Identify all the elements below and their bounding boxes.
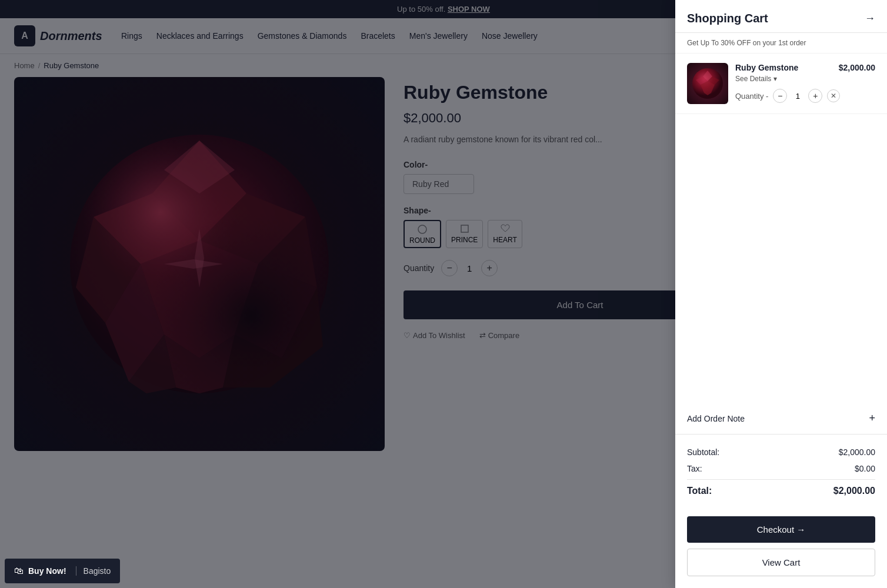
cart-quantity-decrease-button[interactable]: − bbox=[773, 89, 787, 103]
cart-item-price: $2,000.00 bbox=[839, 63, 875, 72]
chevron-down-icon: ▾ bbox=[773, 75, 777, 83]
cart-quantity-value: 1 bbox=[792, 92, 803, 101]
shape-btn-prince[interactable]: PRINCE bbox=[446, 220, 483, 248]
cart-tax-value: $0.00 bbox=[855, 464, 875, 473]
color-value: Ruby Red bbox=[404, 174, 474, 194]
heart-icon: ♡ bbox=[404, 331, 411, 340]
svg-point-17 bbox=[418, 225, 426, 233]
compare-icon: ⇄ bbox=[479, 331, 486, 340]
svg-point-24 bbox=[692, 68, 723, 99]
cart-panel: Shopping Cart → Get Up To 30% OFF on you… bbox=[675, 0, 887, 475]
quantity-increase-button[interactable]: + bbox=[481, 260, 498, 276]
heart-shape-icon bbox=[499, 223, 511, 235]
cart-order-note-label: Add Order Note bbox=[687, 414, 745, 423]
wishlist-button[interactable]: ♡ Add To Wishlist bbox=[404, 331, 465, 340]
cart-quantity-label: Quantity - bbox=[735, 92, 768, 101]
cart-subtotal-value: $2,000.00 bbox=[839, 447, 875, 457]
cart-item-name: Ruby Gemstone bbox=[735, 63, 798, 72]
nav-item-rings[interactable]: Rings bbox=[121, 31, 142, 41]
cart-spacer bbox=[675, 114, 887, 403]
quantity-label: Quantity bbox=[404, 263, 434, 273]
quantity-decrease-button[interactable]: − bbox=[441, 260, 458, 276]
cart-see-details-button[interactable]: See Details ▾ bbox=[735, 75, 875, 83]
product-image-container bbox=[14, 77, 385, 451]
cart-quantity-row: Quantity - − 1 + ✕ bbox=[735, 89, 875, 103]
logo[interactable]: A Dornments bbox=[14, 25, 102, 46]
announcement-text: Up to 50% off. bbox=[397, 5, 445, 14]
product-image-bg bbox=[14, 77, 385, 451]
cart-order-note-plus-icon: + bbox=[869, 412, 875, 425]
announcement-link[interactable]: SHOP NOW bbox=[448, 5, 490, 14]
svg-rect-18 bbox=[461, 225, 468, 232]
shape-btn-heart[interactable]: HEART bbox=[488, 220, 522, 248]
cart-tax-row: Tax: $0.00 bbox=[687, 460, 875, 475]
cart-item: Ruby Gemstone $2,000.00 See Details ▾ Qu… bbox=[675, 54, 887, 114]
product-image-svg bbox=[58, 123, 341, 405]
nav-item-necklaces[interactable]: Necklaces and Earrings bbox=[156, 31, 244, 41]
cart-quantity-increase-button[interactable]: + bbox=[808, 89, 822, 103]
logo-icon: A bbox=[14, 25, 35, 46]
compare-button[interactable]: ⇄ Compare bbox=[479, 331, 519, 340]
logo-text: Dornments bbox=[40, 29, 102, 43]
nav-item-mens[interactable]: Men's Jewellery bbox=[409, 31, 468, 41]
quantity-controls: − 1 + bbox=[441, 260, 498, 276]
cart-item-details: Ruby Gemstone $2,000.00 See Details ▾ Qu… bbox=[735, 63, 875, 104]
quantity-value: 1 bbox=[462, 263, 476, 273]
cart-remove-button[interactable]: ✕ bbox=[827, 89, 840, 102]
cart-tax-label: Tax: bbox=[687, 464, 702, 473]
cart-item-image bbox=[687, 63, 728, 104]
nav-item-nose[interactable]: Nose Jewellery bbox=[482, 31, 538, 41]
breadcrumb-separator: / bbox=[38, 61, 41, 70]
nav-item-gemstones[interactable]: Gemstones & Diamonds bbox=[258, 31, 347, 41]
cart-subtotal-row: Subtotal: $2,000.00 bbox=[687, 444, 875, 460]
nav-item-bracelets[interactable]: Bracelets bbox=[361, 31, 395, 41]
cart-totals: Subtotal: $2,000.00 Tax: $0.00 Total: $2… bbox=[675, 435, 887, 475]
cart-order-note-button[interactable]: Add Order Note + bbox=[675, 403, 887, 435]
cart-subtotal-label: Subtotal: bbox=[687, 447, 719, 457]
breadcrumb-home[interactable]: Home bbox=[14, 61, 35, 70]
breadcrumb-current: Ruby Gemstone bbox=[44, 61, 99, 70]
prince-shape-icon bbox=[459, 223, 471, 235]
cart-item-ruby-icon bbox=[690, 66, 725, 101]
cart-close-button[interactable]: → bbox=[865, 12, 875, 25]
shape-btn-round[interactable]: ROUND bbox=[404, 220, 441, 248]
cart-title: Shopping Cart bbox=[687, 12, 768, 25]
round-shape-icon bbox=[416, 223, 428, 235]
cart-header: Shopping Cart → bbox=[675, 0, 887, 33]
cart-promo: Get Up To 30% OFF on your 1st order bbox=[675, 33, 887, 54]
cart-item-image-inner bbox=[687, 63, 728, 104]
